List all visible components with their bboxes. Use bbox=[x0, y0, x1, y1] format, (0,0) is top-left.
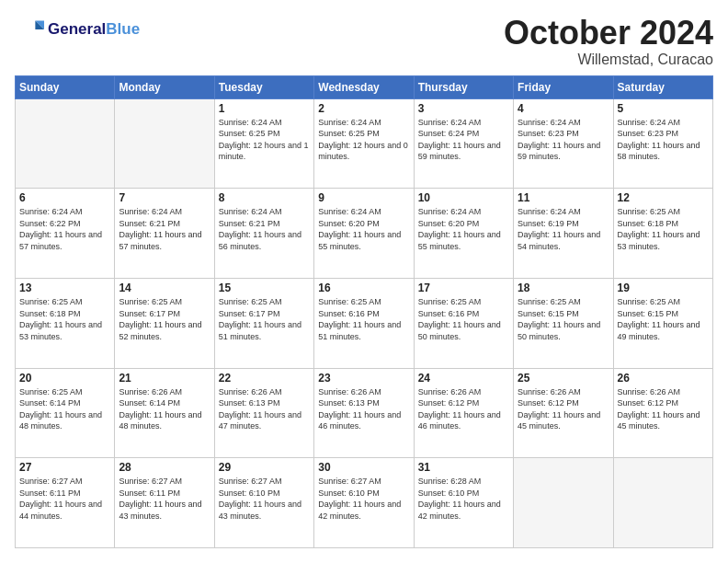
calendar-cell bbox=[613, 458, 712, 548]
calendar-cell: 11Sunrise: 6:24 AMSunset: 6:19 PMDayligh… bbox=[514, 189, 613, 279]
day-info: Sunrise: 6:25 AMSunset: 6:18 PMDaylight:… bbox=[19, 296, 110, 342]
calendar-cell: 25Sunrise: 6:26 AMSunset: 6:12 PMDayligh… bbox=[514, 368, 613, 458]
calendar-cell: 17Sunrise: 6:25 AMSunset: 6:16 PMDayligh… bbox=[414, 278, 513, 368]
calendar-cell: 14Sunrise: 6:25 AMSunset: 6:17 PMDayligh… bbox=[115, 278, 214, 368]
calendar-cell: 29Sunrise: 6:27 AMSunset: 6:10 PMDayligh… bbox=[214, 458, 313, 548]
day-info: Sunrise: 6:24 AMSunset: 6:20 PMDaylight:… bbox=[418, 206, 509, 252]
day-number: 21 bbox=[119, 372, 210, 385]
day-info: Sunrise: 6:26 AMSunset: 6:12 PMDaylight:… bbox=[418, 386, 509, 432]
logo-icon bbox=[15, 15, 44, 44]
day-number: 22 bbox=[219, 372, 310, 385]
month-title: October 2024 bbox=[504, 15, 713, 52]
weekday-header-thursday: Thursday bbox=[414, 75, 513, 98]
calendar-cell: 1Sunrise: 6:24 AMSunset: 6:25 PMDaylight… bbox=[214, 98, 313, 189]
calendar-cell: 28Sunrise: 6:27 AMSunset: 6:11 PMDayligh… bbox=[115, 458, 214, 548]
day-info: Sunrise: 6:24 AMSunset: 6:21 PMDaylight:… bbox=[119, 206, 210, 252]
day-info: Sunrise: 6:25 AMSunset: 6:17 PMDaylight:… bbox=[119, 296, 210, 342]
calendar-cell: 26Sunrise: 6:26 AMSunset: 6:12 PMDayligh… bbox=[613, 368, 712, 458]
day-info: Sunrise: 6:24 AMSunset: 6:23 PMDaylight:… bbox=[618, 117, 709, 163]
day-number: 17 bbox=[418, 282, 509, 294]
day-number: 1 bbox=[219, 102, 310, 115]
calendar-cell bbox=[16, 98, 115, 189]
day-info: Sunrise: 6:25 AMSunset: 6:17 PMDaylight:… bbox=[219, 296, 310, 342]
calendar-cell: 21Sunrise: 6:26 AMSunset: 6:14 PMDayligh… bbox=[115, 368, 214, 458]
weekday-header-row: SundayMondayTuesdayWednesdayThursdayFrid… bbox=[16, 75, 713, 98]
day-number: 2 bbox=[318, 102, 409, 115]
location: Willemstad, Curacao bbox=[504, 52, 713, 68]
day-number: 27 bbox=[19, 461, 110, 474]
calendar-week-2: 6Sunrise: 6:24 AMSunset: 6:22 PMDaylight… bbox=[16, 189, 713, 279]
day-number: 23 bbox=[318, 372, 409, 385]
calendar-week-4: 20Sunrise: 6:25 AMSunset: 6:14 PMDayligh… bbox=[16, 368, 713, 458]
calendar-cell: 27Sunrise: 6:27 AMSunset: 6:11 PMDayligh… bbox=[16, 458, 115, 548]
weekday-header-friday: Friday bbox=[514, 75, 613, 98]
calendar-cell: 19Sunrise: 6:25 AMSunset: 6:15 PMDayligh… bbox=[613, 278, 712, 368]
calendar-week-5: 27Sunrise: 6:27 AMSunset: 6:11 PMDayligh… bbox=[16, 458, 713, 548]
calendar-cell: 12Sunrise: 6:25 AMSunset: 6:18 PMDayligh… bbox=[613, 189, 712, 279]
day-number: 20 bbox=[19, 372, 110, 385]
day-number: 31 bbox=[418, 461, 509, 474]
weekday-header-saturday: Saturday bbox=[613, 75, 712, 98]
day-info: Sunrise: 6:27 AMSunset: 6:11 PMDaylight:… bbox=[119, 476, 210, 522]
day-number: 3 bbox=[418, 102, 509, 115]
day-number: 25 bbox=[518, 372, 609, 385]
day-number: 19 bbox=[618, 282, 709, 294]
day-info: Sunrise: 6:25 AMSunset: 6:15 PMDaylight:… bbox=[518, 296, 609, 342]
day-number: 4 bbox=[518, 102, 609, 115]
day-number: 18 bbox=[518, 282, 609, 294]
calendar-cell: 15Sunrise: 6:25 AMSunset: 6:17 PMDayligh… bbox=[214, 278, 313, 368]
calendar-cell: 2Sunrise: 6:24 AMSunset: 6:25 PMDaylight… bbox=[314, 98, 414, 189]
calendar-week-1: 1Sunrise: 6:24 AMSunset: 6:25 PMDaylight… bbox=[16, 98, 713, 189]
calendar-cell: 30Sunrise: 6:27 AMSunset: 6:10 PMDayligh… bbox=[314, 458, 414, 548]
calendar-cell: 8Sunrise: 6:24 AMSunset: 6:21 PMDaylight… bbox=[214, 189, 313, 279]
day-number: 15 bbox=[219, 282, 310, 294]
page: GeneralBlue October 2024 Willemstad, Cur… bbox=[0, 0, 728, 563]
day-info: Sunrise: 6:25 AMSunset: 6:18 PMDaylight:… bbox=[618, 206, 709, 252]
calendar-cell: 13Sunrise: 6:25 AMSunset: 6:18 PMDayligh… bbox=[16, 278, 115, 368]
calendar-cell: 18Sunrise: 6:25 AMSunset: 6:15 PMDayligh… bbox=[514, 278, 613, 368]
calendar-week-3: 13Sunrise: 6:25 AMSunset: 6:18 PMDayligh… bbox=[16, 278, 713, 368]
calendar-cell: 23Sunrise: 6:26 AMSunset: 6:13 PMDayligh… bbox=[314, 368, 414, 458]
calendar-cell: 10Sunrise: 6:24 AMSunset: 6:20 PMDayligh… bbox=[414, 189, 513, 279]
day-info: Sunrise: 6:25 AMSunset: 6:14 PMDaylight:… bbox=[19, 386, 110, 432]
day-number: 11 bbox=[518, 191, 609, 204]
day-info: Sunrise: 6:24 AMSunset: 6:24 PMDaylight:… bbox=[418, 117, 509, 163]
day-number: 6 bbox=[19, 191, 110, 204]
day-number: 28 bbox=[119, 461, 210, 474]
calendar-cell: 16Sunrise: 6:25 AMSunset: 6:16 PMDayligh… bbox=[314, 278, 414, 368]
calendar-cell bbox=[115, 98, 214, 189]
calendar-cell: 9Sunrise: 6:24 AMSunset: 6:20 PMDaylight… bbox=[314, 189, 414, 279]
calendar-cell: 22Sunrise: 6:26 AMSunset: 6:13 PMDayligh… bbox=[214, 368, 313, 458]
logo: GeneralBlue bbox=[15, 15, 140, 44]
day-info: Sunrise: 6:26 AMSunset: 6:13 PMDaylight:… bbox=[318, 386, 409, 432]
calendar-cell: 4Sunrise: 6:24 AMSunset: 6:23 PMDaylight… bbox=[514, 98, 613, 189]
day-number: 12 bbox=[618, 191, 709, 204]
day-info: Sunrise: 6:27 AMSunset: 6:10 PMDaylight:… bbox=[318, 476, 409, 522]
day-number: 14 bbox=[119, 282, 210, 294]
header: GeneralBlue October 2024 Willemstad, Cur… bbox=[15, 15, 713, 68]
day-info: Sunrise: 6:28 AMSunset: 6:10 PMDaylight:… bbox=[418, 476, 509, 522]
title-section: October 2024 Willemstad, Curacao bbox=[504, 15, 713, 68]
weekday-header-wednesday: Wednesday bbox=[314, 75, 414, 98]
logo-blue-text: Blue bbox=[106, 20, 140, 39]
day-info: Sunrise: 6:25 AMSunset: 6:15 PMDaylight:… bbox=[618, 296, 709, 342]
day-info: Sunrise: 6:24 AMSunset: 6:25 PMDaylight:… bbox=[318, 117, 409, 163]
day-number: 26 bbox=[618, 372, 709, 385]
day-info: Sunrise: 6:24 AMSunset: 6:21 PMDaylight:… bbox=[219, 206, 310, 252]
day-number: 10 bbox=[418, 191, 509, 204]
logo-general-text: General bbox=[48, 20, 106, 39]
calendar-cell: 3Sunrise: 6:24 AMSunset: 6:24 PMDaylight… bbox=[414, 98, 513, 189]
day-info: Sunrise: 6:26 AMSunset: 6:13 PMDaylight:… bbox=[219, 386, 310, 432]
day-number: 9 bbox=[318, 191, 409, 204]
day-number: 29 bbox=[219, 461, 310, 474]
day-number: 13 bbox=[19, 282, 110, 294]
weekday-header-monday: Monday bbox=[115, 75, 214, 98]
calendar: SundayMondayTuesdayWednesdayThursdayFrid… bbox=[15, 75, 713, 548]
day-info: Sunrise: 6:24 AMSunset: 6:25 PMDaylight:… bbox=[219, 117, 310, 163]
calendar-cell bbox=[514, 458, 613, 548]
day-info: Sunrise: 6:26 AMSunset: 6:12 PMDaylight:… bbox=[518, 386, 609, 432]
day-info: Sunrise: 6:24 AMSunset: 6:20 PMDaylight:… bbox=[318, 206, 409, 252]
day-info: Sunrise: 6:27 AMSunset: 6:11 PMDaylight:… bbox=[19, 476, 110, 522]
day-info: Sunrise: 6:25 AMSunset: 6:16 PMDaylight:… bbox=[318, 296, 409, 342]
calendar-cell: 7Sunrise: 6:24 AMSunset: 6:21 PMDaylight… bbox=[115, 189, 214, 279]
